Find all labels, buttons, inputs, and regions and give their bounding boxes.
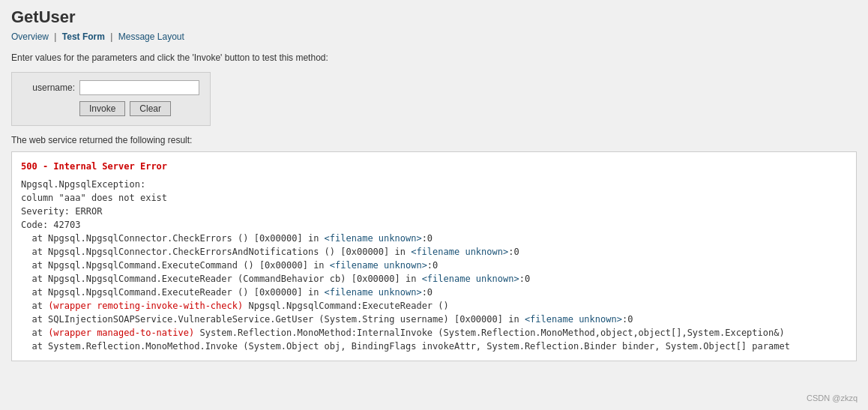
username-row: username: (22, 80, 199, 95)
test-form-box: username: Invoke Clear (11, 72, 211, 126)
page-title: GetUser (11, 7, 857, 27)
instruction-text: Enter values for the parameters and clic… (11, 52, 857, 63)
nav-message-layout[interactable]: Message Layout (118, 31, 184, 42)
form-buttons: Invoke Clear (79, 101, 199, 116)
clear-button[interactable]: Clear (130, 101, 171, 116)
invoke-button[interactable]: Invoke (79, 101, 125, 116)
nav-test-form[interactable]: Test Form (62, 31, 105, 42)
nav-overview[interactable]: Overview (11, 31, 49, 42)
nav-links: Overview | Test Form | Message Layout (11, 31, 857, 42)
nav-sep-1: | (54, 31, 56, 42)
username-label: username: (22, 82, 75, 93)
error-body: Npgsql.NpgsqlException: column "aaa" doe… (21, 178, 847, 353)
result-box: 500 - Internal Server Error Npgsql.Npgsq… (11, 151, 857, 361)
nav-sep-2: | (110, 31, 112, 42)
username-input[interactable] (79, 80, 199, 95)
result-label: The web service returned the following r… (11, 135, 857, 145)
error-header: 500 - Internal Server Error (21, 160, 847, 173)
